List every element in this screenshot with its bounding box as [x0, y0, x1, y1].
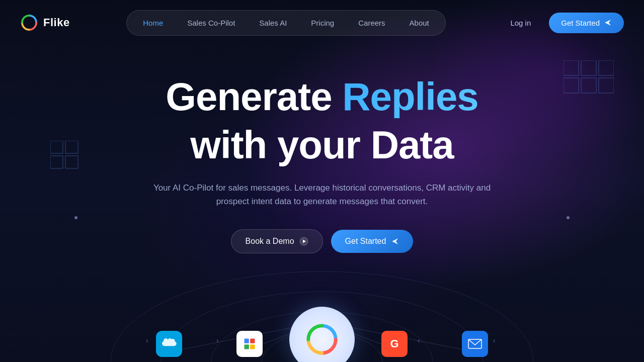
nav-item-careers[interactable]: Careers	[347, 15, 396, 31]
nav-pill: Home Sales Co-Pilot Sales AI Pricing Car…	[126, 10, 446, 36]
hero-title: Generate Replies	[166, 75, 478, 119]
nav-item-home[interactable]: Home	[132, 15, 174, 31]
send-icon	[604, 19, 612, 27]
integration-salesforce	[156, 331, 182, 357]
svg-rect-25	[245, 339, 249, 343]
integration-g2: G	[381, 331, 408, 357]
play-icon	[299, 237, 308, 246]
svg-rect-26	[250, 339, 255, 343]
gsuite-logo	[243, 337, 257, 351]
nav-item-pricing[interactable]: Pricing	[300, 15, 345, 31]
hero-description: Your AI Co-Pilot for sales messages. Lev…	[151, 181, 493, 208]
salesforce-logo	[162, 338, 177, 349]
email-logo	[468, 339, 482, 349]
login-button[interactable]: Log in	[502, 15, 539, 31]
integration-email	[462, 331, 488, 357]
nav-item-sales-copilot[interactable]: Sales Co-Pilot	[176, 15, 246, 31]
book-demo-button[interactable]: Book a Demo	[231, 229, 323, 253]
hero-get-started-button[interactable]: Get Started	[331, 230, 414, 253]
svg-rect-28	[250, 344, 255, 349]
nav-item-sales-ai[interactable]: Sales AI	[248, 15, 298, 31]
integration-row: G	[0, 282, 644, 362]
svg-point-10	[21, 15, 37, 31]
svg-rect-27	[245, 344, 249, 349]
nav-right: Log in Get Started	[502, 13, 624, 33]
center-logo-circle	[289, 307, 355, 362]
logo-icon	[20, 14, 38, 32]
arrow-send-icon	[391, 237, 399, 245]
hero-section: Generate Replies with your Data Your AI …	[0, 45, 644, 253]
hero-subtitle: with your Data	[190, 124, 453, 167]
logo-text: Flike	[43, 16, 70, 29]
center-logo-icon	[304, 322, 340, 357]
nav-item-about[interactable]: About	[398, 15, 440, 31]
nav-get-started-button[interactable]: Get Started	[549, 13, 624, 33]
navbar: Flike Home Sales Co-Pilot Sales AI Prici…	[0, 0, 644, 45]
integration-gsuite	[236, 331, 263, 357]
hero-buttons: Book a Demo Get Started	[231, 229, 414, 253]
logo[interactable]: Flike	[20, 14, 70, 32]
